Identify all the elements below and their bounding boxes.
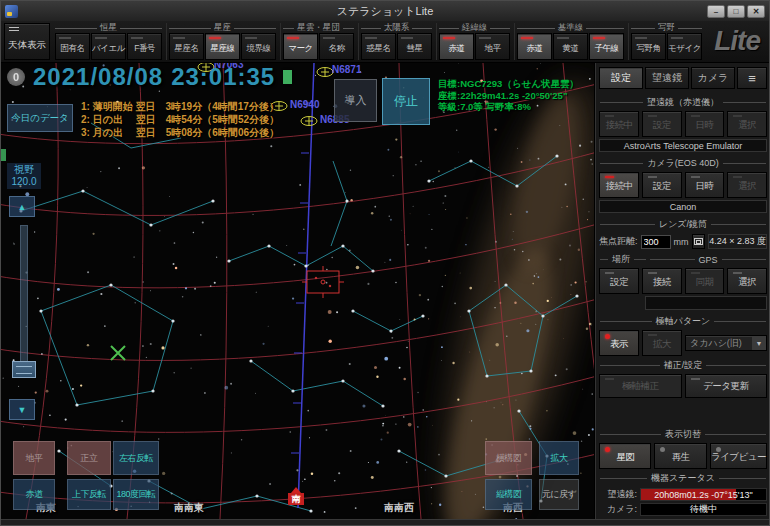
south-marker: 南	[288, 487, 304, 505]
panel-button[interactable]: 極軸補正	[599, 374, 682, 398]
display-mode-radio[interactable]: 再生	[654, 443, 706, 469]
display-mode-radio[interactable]: 星図	[599, 443, 651, 469]
today-data-line: 2: 日の出 翌日 4時54分（5時間52分後）	[81, 113, 279, 126]
stop-button[interactable]: 停止	[382, 78, 430, 125]
toolbar-group: 太陽系惑星名彗星	[358, 23, 434, 60]
tab-item[interactable]: カメラ	[691, 67, 735, 89]
map-view-button[interactable]: 上下反転	[67, 479, 111, 510]
tab-item[interactable]: 望遠鏡	[645, 67, 689, 89]
polar-zoom-button[interactable]: 拡大	[642, 330, 682, 356]
map-view-button[interactable]: 赤道	[13, 479, 55, 510]
toolbar: 天体表示 恒星固有名バイエルF番号星座星座名星座線境界線星雲・星団マーク名称太陽…	[1, 21, 769, 63]
polar-pattern-dropdown[interactable]: タカハシ(旧) ▼	[685, 335, 767, 351]
toolbar-group: 星座星座名星座線境界線	[166, 23, 278, 60]
toolbar-button[interactable]: モザイク	[667, 33, 702, 60]
map-view-button[interactable]: 地平	[13, 441, 55, 475]
lens-row: 焦点距離: mm 4.24 × 2.83 度	[599, 234, 767, 249]
panel-button[interactable]: データ更新	[685, 374, 768, 398]
today-data-button[interactable]: 今日のデータ	[7, 104, 73, 132]
fov-slider-handle[interactable]	[12, 361, 36, 378]
panel-button[interactable]: 選択	[727, 111, 767, 137]
map-view-button[interactable]: 横構図	[485, 441, 532, 475]
maximize-icon[interactable]: □	[727, 5, 745, 18]
panel-button[interactable]: 設定	[642, 172, 682, 198]
toolbar-button[interactable]: 地平	[475, 33, 510, 60]
polar-pattern-row: 表示 拡大 タカハシ(旧) ▼	[599, 330, 767, 356]
map-view-button[interactable]: 元に戻す	[539, 479, 579, 510]
panel-button[interactable]: 接続	[642, 268, 682, 294]
led-indicator	[691, 115, 700, 117]
goto-button[interactable]: 導入	[334, 79, 377, 122]
camera-status-row: カメラ: 待機中	[599, 503, 767, 516]
toolbar-button[interactable]: 名称	[319, 33, 354, 60]
toolbar-button[interactable]: 彗星	[397, 33, 432, 60]
star-map[interactable]: 0 2021/08/08 23:01:35 今日のデータ 1: 薄明開始 翌日 …	[1, 63, 594, 519]
panel-button[interactable]: 日時	[685, 172, 725, 198]
focal-unit-label: mm	[674, 237, 689, 247]
map-view-button[interactable]: 180度回転	[113, 479, 159, 510]
led-indicator	[605, 272, 614, 274]
close-icon[interactable]: ✕	[747, 5, 765, 18]
title-bar: ステラショットLite – □ ✕	[1, 1, 769, 21]
panel-button[interactable]: 接続中	[599, 111, 639, 137]
panel-button[interactable]: 設定	[642, 111, 682, 137]
toolbar-button[interactable]: 赤道	[439, 33, 474, 60]
compass-label: 南南東	[174, 501, 204, 515]
zoom-out-button[interactable]: ▼	[9, 399, 35, 420]
telescope-coordinates: 20h08m01.2s -07°15'13"	[640, 488, 767, 501]
toolbar-group-label: 太陽系	[361, 23, 432, 33]
compass-label-south: 南	[288, 493, 304, 505]
panel-button[interactable]: 日時	[685, 111, 725, 137]
toolbar-button[interactable]: 写野角	[631, 33, 666, 60]
fov-slider-track[interactable]	[20, 225, 28, 375]
toolbar-button[interactable]: 子午線	[589, 33, 624, 60]
led-indicator	[691, 176, 700, 178]
tab-selected[interactable]: 設定	[599, 67, 643, 89]
map-view-button[interactable]: 正立	[67, 441, 111, 475]
toolbar-button[interactable]: F番号	[127, 33, 162, 60]
toolbar-button[interactable]: 固有名	[55, 33, 90, 60]
toolbar-button[interactable]: 星座名	[169, 33, 204, 60]
current-date: 2021/08/08	[33, 63, 163, 91]
display-mode-radio[interactable]: ライブビュー	[710, 443, 767, 469]
arrow-down-icon: ▼	[18, 405, 27, 415]
focal-length-label: 焦点距離:	[599, 235, 638, 248]
toolbar-groups: 恒星固有名バイエルF番号星座星座名星座線境界線星雲・星団マーク名称太陽系惑星名彗…	[53, 23, 704, 60]
camera-status-value: 待機中	[640, 503, 767, 516]
polar-show-button[interactable]: 表示	[599, 330, 639, 356]
led-indicator	[691, 378, 700, 380]
toolbar-button[interactable]: 赤道	[517, 33, 552, 60]
time-run-indicator	[283, 70, 292, 84]
hamburger-menu-icon[interactable]: ≡	[737, 67, 767, 89]
panel-button[interactable]: 選択	[727, 172, 767, 198]
led-indicator	[605, 176, 614, 178]
toolbar-button[interactable]: 黄道	[553, 33, 588, 60]
fov-value: 120.0	[7, 176, 41, 188]
time-step-button[interactable]: 0	[7, 68, 25, 86]
display-switch-header: 表示切替	[600, 428, 766, 441]
toolbar-button[interactable]: 星座線	[205, 33, 240, 60]
target-info-line: 目標:NGC7293（らせん状星雲）	[438, 78, 579, 90]
panel-button[interactable]: 接続中	[599, 172, 639, 198]
gps-label: GPS	[699, 255, 718, 265]
ngc-label: N6940	[290, 99, 319, 110]
minimize-icon[interactable]: –	[707, 5, 725, 18]
toolbar-button[interactable]: 惑星名	[361, 33, 396, 60]
window-title: ステラショットLite	[1, 4, 769, 19]
toolbar-button[interactable]: 境界線	[241, 33, 276, 60]
map-view-button[interactable]: 縦構図	[485, 479, 532, 510]
map-view-button[interactable]: 拡大	[539, 441, 579, 475]
toolbar-button[interactable]: バイエル	[91, 33, 126, 60]
panel-button[interactable]: 同期	[685, 268, 725, 294]
map-view-button[interactable]: 左右反転	[113, 441, 159, 475]
toolbar-button[interactable]: マーク	[283, 33, 318, 60]
correction-header: 補正/設定	[600, 359, 766, 372]
sensor-icon[interactable]	[692, 234, 706, 249]
panel-button[interactable]: 選択	[727, 268, 767, 294]
arrow-up-icon: ▲	[18, 202, 27, 212]
telescope-device-name: AstroArts Telescope Emulator	[599, 139, 767, 152]
panel-button[interactable]: 設定	[599, 268, 639, 294]
focal-length-input[interactable]	[641, 235, 671, 249]
display-settings-button[interactable]: 天体表示	[4, 23, 50, 60]
zoom-in-button[interactable]: ▲	[9, 196, 35, 217]
